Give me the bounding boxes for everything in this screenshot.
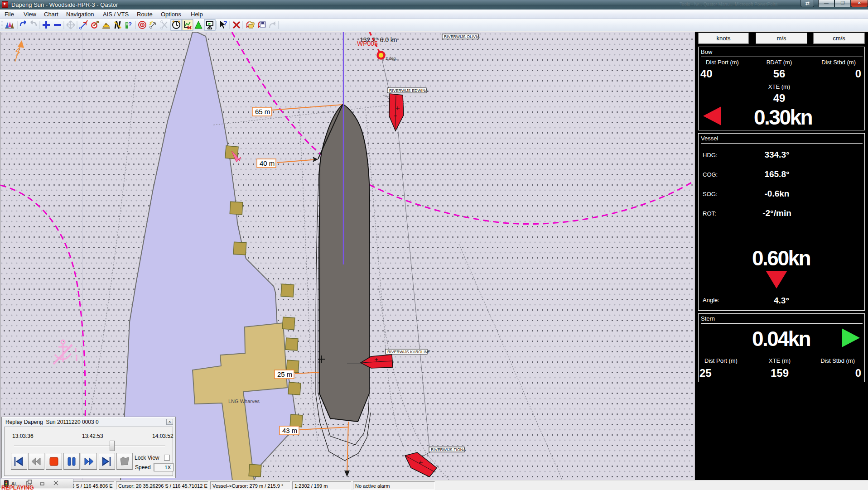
svg-text:RIVERWIJS KAROLINE: RIVERWIJS KAROLINE	[387, 350, 430, 354]
svg-text:RIVERWIJS OLIVIA: RIVERWIJS OLIVIA	[444, 34, 480, 39]
svg-text:65 m: 65 m	[255, 108, 270, 115]
svg-text:25 m: 25 m	[277, 370, 292, 378]
svg-text:?: ?	[223, 19, 227, 27]
svg-text:?: ?	[128, 21, 132, 28]
svg-text:2 deg.: 2 deg.	[386, 56, 397, 61]
svg-text:RIVERWIJS FIONA: RIVERWIJS FIONA	[431, 447, 466, 452]
svg-text:LNG Wharves: LNG Wharves	[228, 399, 260, 404]
svg-text:40 m: 40 m	[260, 159, 275, 167]
svg-text:RIVERWIJS EDWINA: RIVERWIJS EDWINA	[389, 88, 428, 93]
svg-text:43 m: 43 m	[282, 427, 297, 434]
svg-text:132.2° 6.0 kn: 132.2° 6.0 kn	[360, 36, 397, 43]
